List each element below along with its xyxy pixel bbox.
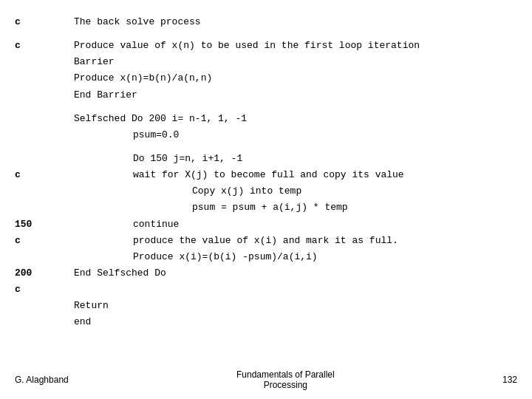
line-end: end (15, 315, 517, 330)
label-150: 150 (15, 217, 74, 232)
label-c1: c (15, 15, 74, 30)
text-end-barrier: End Barrier (74, 88, 137, 103)
line-produce: c Produce value of x(n) to be used in th… (15, 38, 517, 53)
text-return: Return (74, 299, 109, 313)
line-c-produce: c produce the value of x(i) and mark it … (15, 233, 517, 248)
label-c2: c (15, 38, 74, 53)
line-produce-xn: Produce x(n)=b(n)/a(n,n) (15, 71, 517, 86)
line-psum-calc: psum = psum + a(i,j) * temp (15, 200, 517, 215)
text-selfsched: Selfsched Do 200 i= n-1, 1, -1 (74, 112, 247, 126)
line-barrier: Barrier (15, 55, 517, 69)
line-1: c The back solve process (15, 15, 517, 30)
line-150-continue: 150 continue (15, 217, 517, 232)
text-wait: wait for X(j) to become full and copy it… (74, 168, 404, 183)
line-selfsched: Selfsched Do 200 i= n-1, 1, -1 (15, 112, 517, 126)
footer-left: G. Alaghband (15, 375, 69, 385)
text-produce-xi-formula: Produce x(i)=(b(i) -psum)/a(i,i) (74, 250, 318, 265)
line-produce-xi-formula: Produce x(i)=(b(i) -psum)/a(i,i) (15, 250, 517, 265)
label-c3: c (15, 168, 74, 183)
text-copy: Copy x(j) into temp (74, 184, 301, 199)
text-do150: Do 150 j=n, i+1, -1 (74, 151, 242, 166)
line-copy: Copy x(j) into temp (15, 184, 517, 199)
line-psum-init: psum=0.0 (15, 128, 517, 143)
footer-right: 132 (502, 375, 517, 385)
text-produce-xn: Produce value of x(n) to be used in the … (74, 38, 420, 53)
label-c4: c (15, 233, 74, 248)
label-200: 200 (15, 266, 74, 281)
text-psum-calc: psum = psum + a(i,j) * temp (74, 200, 348, 215)
footer: G. Alaghband Fundamentals of Parallel Pr… (0, 369, 532, 390)
text-back-solve: The back solve process (74, 15, 201, 30)
text-end-selfsched: End Selfsched Do (74, 266, 166, 281)
line-c-wait: c wait for X(j) to become full and copy … (15, 168, 517, 183)
text-end: end (74, 315, 91, 330)
line-200-end: 200 End Selfsched Do (15, 266, 517, 281)
line-return: Return (15, 299, 517, 313)
line-end-barrier: End Barrier (15, 88, 517, 103)
label-c5: c (15, 282, 74, 297)
text-produce-xn-formula: Produce x(n)=b(n)/a(n,n) (74, 71, 212, 86)
footer-center: Fundamentals of Parallel Processing (69, 369, 502, 390)
footer-center-line2: Processing (264, 380, 307, 390)
text-continue: continue (74, 217, 179, 232)
footer-center-line1: Fundamentals of Parallel (236, 369, 335, 380)
text-barrier: Barrier (74, 55, 115, 69)
line-do150: Do 150 j=n, i+1, -1 (15, 151, 517, 166)
text-psum-init: psum=0.0 (74, 128, 179, 143)
line-c-empty: c (15, 282, 517, 297)
text-produce-xi: produce the value of x(i) and mark it as… (74, 233, 398, 248)
main-content: c The back solve process c Produce value… (0, 0, 532, 339)
